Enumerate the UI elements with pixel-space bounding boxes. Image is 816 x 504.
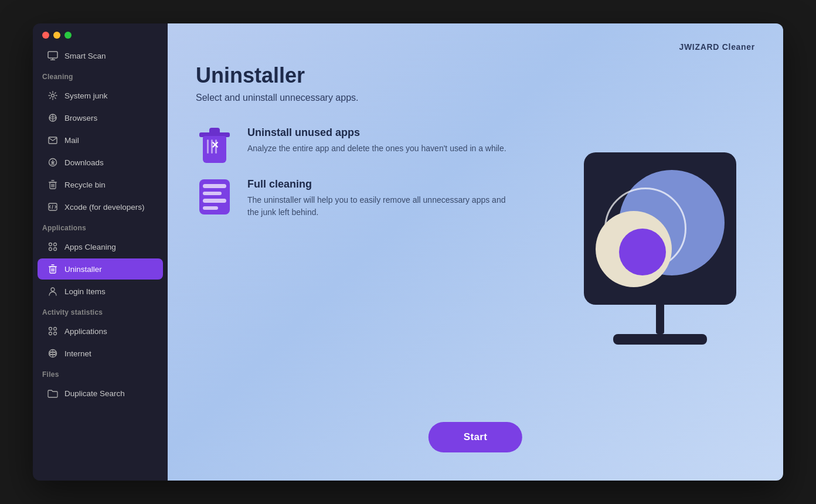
svg-point-28 <box>54 332 57 335</box>
folder-icon <box>47 387 59 399</box>
feature-text-uninstall: Uninstall unused apps Analyze the entire… <box>247 127 506 155</box>
svg-point-17 <box>49 248 52 251</box>
sidebar-item-internet[interactable]: Internet <box>38 343 163 364</box>
sidebar-item-stat-applications[interactable]: Applications <box>38 321 163 342</box>
sidebar-item-smart-scan[interactable]: Smart Scan <box>38 45 163 66</box>
sidebar-item-downloads[interactable]: Downloads <box>38 152 163 173</box>
sidebar-item-browsers[interactable]: Browsers <box>38 107 163 128</box>
full-cleaning-icon-illustration <box>196 178 233 216</box>
sidebar-item-xcode[interactable]: Xcode (for developers) <box>38 196 163 217</box>
mail-label: Mail <box>64 136 79 145</box>
titlebar <box>33 23 168 45</box>
applications-section-label: Applications <box>33 218 168 236</box>
activity-statistics-section-label: Activity statistics <box>33 302 168 320</box>
monitor-screen <box>584 152 736 305</box>
recycle-bin-icon <box>47 179 59 190</box>
feature-text-full-cleaning: Full cleaning The uninstaller will help … <box>247 178 512 219</box>
uninstaller-icon <box>47 263 59 275</box>
sidebar: Smart Scan Cleaning System junk Browsers <box>33 23 168 481</box>
globe-icon <box>47 348 59 359</box>
svg-point-16 <box>54 243 57 246</box>
page-title: Uninstaller <box>196 63 755 88</box>
apps-icon <box>47 241 59 253</box>
svg-point-15 <box>49 243 52 246</box>
uninstaller-label: Uninstaller <box>64 265 102 274</box>
app-window: Smart Scan Cleaning System junk Browsers <box>33 23 783 481</box>
login-icon <box>47 285 59 297</box>
app-title-bar: JWIZARD Cleaner <box>196 42 755 52</box>
uninstall-icon-illustration: ✕ <box>196 127 233 164</box>
page-subtitle: Select and uninstall unnecessary apps. <box>196 93 755 103</box>
svg-point-18 <box>54 248 57 251</box>
sidebar-item-apps-cleaning[interactable]: Apps Cleaning <box>38 236 163 257</box>
main-content: JWIZARD Cleaner Uninstaller Select and u… <box>168 23 783 481</box>
features-list: ✕ Uninstall unused apps Analyze the enti… <box>196 127 512 219</box>
minimize-button[interactable] <box>53 32 60 39</box>
maximize-button[interactable] <box>64 32 72 39</box>
duplicate-search-label: Duplicate Search <box>64 389 125 398</box>
feature-heading-full-cleaning: Full cleaning <box>247 178 512 190</box>
start-button[interactable]: Start <box>429 422 522 452</box>
feature-desc-full-cleaning: The uninstaller will help you to easily … <box>247 194 512 219</box>
svg-point-24 <box>51 288 55 291</box>
sync-icon <box>47 112 59 124</box>
sidebar-item-system-junk[interactable]: System junk <box>38 85 163 106</box>
sidebar-item-login-items[interactable]: Login Items <box>38 281 163 302</box>
svg-point-25 <box>49 328 52 331</box>
feature-desc-uninstall: Analyze the entire app and delete the on… <box>247 142 506 155</box>
xcode-label: Xcode (for developers) <box>64 203 145 212</box>
files-section-label: Files <box>33 365 168 382</box>
browsers-label: Browsers <box>64 114 97 122</box>
sidebar-item-duplicate-search[interactable]: Duplicate Search <box>38 383 163 404</box>
monitor-stand-base <box>613 334 707 345</box>
svg-point-27 <box>49 332 52 335</box>
circle-purple <box>619 229 666 275</box>
stat-apps-icon <box>47 325 59 337</box>
stat-applications-label: Applications <box>64 327 107 336</box>
smart-scan-label: Smart Scan <box>64 52 106 60</box>
svg-point-26 <box>54 328 57 331</box>
gear-icon <box>47 90 59 101</box>
monitor-illustration <box>572 152 748 352</box>
feature-heading-uninstall: Uninstall unused apps <box>247 127 506 139</box>
app-brand: JWIZARD Cleaner <box>679 42 755 52</box>
cleaning-section-label: Cleaning <box>33 67 168 84</box>
code-icon <box>47 201 59 213</box>
sidebar-item-recycle-bin[interactable]: Recycle bin <box>38 174 163 195</box>
envelope-icon <box>47 134 59 146</box>
svg-rect-0 <box>48 52 57 58</box>
feature-item-uninstall: ✕ Uninstall unused apps Analyze the enti… <box>196 127 512 164</box>
internet-label: Internet <box>64 349 91 358</box>
downloads-label: Downloads <box>64 158 104 167</box>
login-items-label: Login Items <box>64 287 106 296</box>
sidebar-item-uninstaller[interactable]: Uninstaller <box>38 258 163 280</box>
close-button[interactable] <box>42 32 49 39</box>
sidebar-item-mail[interactable]: Mail <box>38 130 163 151</box>
feature-item-full-cleaning: Full cleaning The uninstaller will help … <box>196 178 512 219</box>
download-icon <box>47 156 59 168</box>
recycle-bin-label: Recycle bin <box>64 181 106 189</box>
monitor-stand-neck <box>656 305 664 334</box>
apps-cleaning-label: Apps Cleaning <box>64 243 116 251</box>
system-junk-label: System junk <box>64 91 108 100</box>
svg-point-3 <box>52 94 55 97</box>
monitor-icon <box>47 50 59 62</box>
